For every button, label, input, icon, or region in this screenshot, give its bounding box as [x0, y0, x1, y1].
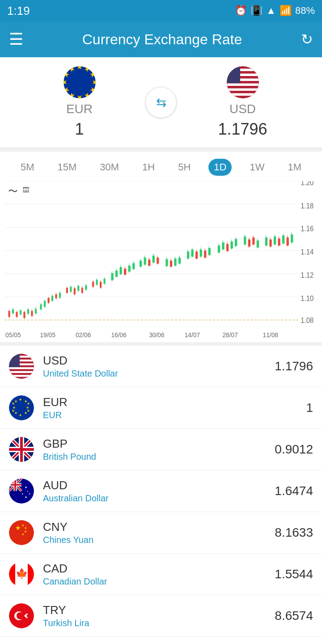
svg-text:1.10: 1.10	[301, 294, 314, 302]
list-item-jpy[interactable]: JPY 124.82	[0, 637, 322, 644]
gbp-code: GBP	[43, 437, 275, 451]
try-code: TRY	[43, 603, 275, 617]
signal-icon: 📶	[280, 5, 292, 17]
to-flag	[227, 66, 259, 98]
battery-icon: 88%	[295, 5, 315, 17]
status-time: 1:19	[7, 4, 30, 18]
from-flag	[64, 66, 96, 98]
svg-point-0	[64, 66, 96, 98]
chart-svg: 1.20 1.18 1.16 1.14 1.12 1.10 1.08 05/05…	[4, 181, 322, 342]
cny-name: Chines Yuan	[43, 535, 275, 545]
price-chart: 1.20 1.18 1.16 1.14 1.12 1.10 1.08 05/05…	[4, 181, 322, 342]
svg-text:05/05: 05/05	[5, 331, 21, 338]
svg-text:★: ★	[24, 530, 27, 533]
svg-text:1.18: 1.18	[301, 202, 314, 210]
svg-rect-22	[227, 66, 240, 83]
svg-text:★: ★	[12, 409, 15, 413]
to-currency[interactable]: USD 1.1796	[177, 66, 309, 139]
line-chart-icon[interactable]: 〜	[8, 185, 18, 198]
refresh-button[interactable]: ↻	[301, 31, 313, 48]
time-tabs: 5M 15M 30M 1H 5H 1D 1W 1M	[0, 159, 322, 181]
cny-rate: 8.1633	[275, 525, 313, 540]
eur-code: EUR	[43, 395, 306, 409]
flag-cny: ★ ★ ★ ★ ★	[9, 520, 34, 545]
gbp-info: GBP British Pound	[43, 437, 275, 462]
list-item-cny[interactable]: ★ ★ ★ ★ ★ CNY Chines Yuan 8.1633	[0, 512, 322, 554]
flag-usd	[9, 354, 34, 379]
gbp-name: British Pound	[43, 452, 275, 462]
usd-info: USD United State Dollar	[43, 354, 275, 379]
usd-name: United State Dollar	[43, 369, 275, 379]
cad-code: CAD	[43, 562, 275, 576]
app-header: ☰ Currency Exchange Rate ↻	[0, 21, 322, 57]
aud-rate: 1.6474	[275, 484, 313, 498]
swap-button[interactable]: ⇆	[145, 87, 177, 118]
tab-15m[interactable]: 15M	[52, 159, 82, 176]
from-amount: 1	[75, 120, 84, 139]
aud-code: AUD	[43, 479, 275, 492]
list-item-aud[interactable]: ★ ★ ★ ★ ★ AUD Australian Dollar 1.6474	[0, 470, 322, 512]
menu-button[interactable]: ☰	[9, 30, 23, 49]
try-name: Turkish Lira	[43, 618, 275, 628]
tab-1m[interactable]: 1M	[282, 159, 307, 176]
flag-aud: ★ ★ ★ ★ ★	[9, 479, 34, 504]
usd-rate: 1.1796	[275, 359, 313, 373]
svg-text:★: ★	[27, 402, 30, 406]
status-bar: 1:19 ⏰ 📳 ▲ 📶 88%	[0, 0, 322, 21]
svg-point-230	[17, 612, 24, 619]
svg-text:02/06: 02/06	[76, 331, 91, 338]
svg-point-234	[9, 638, 34, 644]
svg-rect-89	[132, 263, 135, 269]
svg-rect-21	[227, 93, 259, 96]
svg-text:1.14: 1.14	[301, 248, 314, 256]
list-item-cad[interactable]: 🍁 CAD Canadian Dollar 1.5544	[0, 554, 322, 595]
svg-text:16/06: 16/06	[111, 331, 127, 338]
svg-rect-174	[9, 367, 34, 369]
svg-rect-16	[227, 69, 259, 72]
cny-code: CNY	[43, 520, 275, 534]
vibrate-icon: 📳	[250, 5, 263, 17]
alarm-icon: ⏰	[235, 5, 247, 17]
svg-text:★: ★	[14, 399, 17, 403]
candlestick-icon[interactable]: 𝌞	[22, 185, 29, 198]
svg-text:★: ★	[25, 486, 27, 489]
currency-list: USD United State Dollar 1.1796 ★ ★ ★ ★ ★…	[0, 346, 322, 644]
cad-info: CAD Canadian Dollar	[43, 562, 275, 587]
tab-5m[interactable]: 5M	[15, 159, 40, 176]
try-info: TRY Turkish Lira	[43, 603, 275, 628]
tab-1w[interactable]: 1W	[244, 159, 270, 176]
flag-jpy	[9, 638, 34, 644]
svg-rect-20	[227, 89, 259, 91]
svg-text:11/08: 11/08	[263, 331, 279, 338]
eur-name: EUR	[43, 410, 306, 420]
list-item-try[interactable]: TRY Turkish Lira 8.6574	[0, 595, 322, 637]
app-title: Currency Exchange Rate	[82, 31, 242, 48]
eur-info: EUR EUR	[43, 395, 306, 420]
tab-1h[interactable]: 1H	[137, 159, 160, 176]
cny-info: CNY Chines Yuan	[43, 520, 275, 545]
svg-text:★: ★	[12, 402, 15, 406]
svg-text:1.12: 1.12	[301, 271, 314, 280]
svg-text:28/07: 28/07	[222, 331, 238, 338]
svg-text:1.20: 1.20	[301, 181, 314, 186]
currency-converter: EUR 1 ⇆ USD 1.1	[0, 57, 322, 148]
svg-rect-139	[265, 237, 267, 246]
svg-rect-177	[9, 354, 20, 367]
aud-name: Australian Dollar	[43, 493, 275, 504]
try-rate: 8.6574	[275, 609, 313, 623]
svg-text:★: ★	[14, 411, 17, 415]
flag-try	[9, 603, 34, 628]
svg-text:14/07: 14/07	[185, 331, 200, 338]
tab-1d[interactable]: 1D	[208, 159, 232, 176]
list-item-eur[interactable]: ★ ★ ★ ★ ★ ★ ★ ★ ★ ★ ★ ★ EUR EUR 1	[0, 387, 322, 429]
list-item-usd[interactable]: USD United State Dollar 1.1796	[0, 346, 322, 387]
from-currency[interactable]: EUR 1	[13, 66, 145, 139]
chart-type-icons: 〜 𝌞	[8, 185, 29, 198]
flag-eur: ★ ★ ★ ★ ★ ★ ★ ★ ★ ★ ★ ★	[9, 395, 34, 420]
svg-text:1.08: 1.08	[301, 317, 314, 325]
swap-icon: ⇆	[156, 95, 166, 110]
list-item-gbp[interactable]: GBP British Pound 0.9012	[0, 429, 322, 470]
wifi-icon: ▲	[266, 5, 276, 17]
tab-30m[interactable]: 30M	[94, 159, 124, 176]
tab-5h[interactable]: 5H	[173, 159, 196, 176]
